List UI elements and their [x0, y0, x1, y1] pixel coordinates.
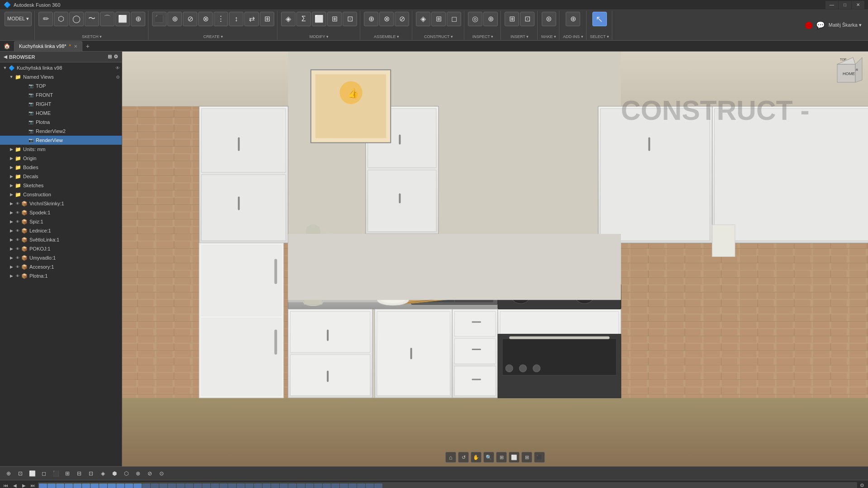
anim-segment-18[interactable] [194, 483, 202, 488]
units-toggle[interactable]: ▶ [8, 146, 14, 152]
tree-front[interactable]: 📷 FRONT [0, 90, 122, 99]
anim-segment-9[interactable] [116, 483, 124, 488]
anim-segment-30[interactable] [297, 483, 305, 488]
anim-segment-10[interactable] [125, 483, 133, 488]
home-nav-icon[interactable]: ⌂ [445, 452, 456, 463]
anim-settings-icon[interactable]: ⚙ [858, 482, 866, 488]
anim-segment-13[interactable] [151, 483, 159, 488]
anim-segment-11[interactable] [134, 483, 142, 488]
sketches-toggle[interactable]: ▶ [8, 182, 14, 189]
bt-icon-14[interactable]: ⊙ [157, 469, 167, 479]
zoom-extent-icon[interactable]: ⊞ [496, 452, 507, 463]
spiz-vis[interactable]: 👁 [14, 220, 21, 224]
tree-spodek[interactable]: ▶ 👁 📦 Spodek:1 [0, 208, 122, 217]
create-icon-2[interactable]: ⊕ [167, 12, 182, 26]
spiz-toggle[interactable]: ▶ [8, 218, 14, 225]
anim-segment-20[interactable] [211, 483, 219, 488]
user-profile[interactable]: Matěj Škarka ▾ [829, 22, 862, 28]
vs-toggle[interactable]: ▶ [8, 200, 14, 207]
notifications-icon[interactable]: 💬 [816, 21, 825, 29]
sketch-icon-1[interactable]: ✏ [38, 12, 53, 26]
tree-root[interactable]: ▼ 🔷 Kuchyňská linka v98 👁 [0, 63, 122, 72]
model-dropdown-button[interactable]: MODEL ▾ [5, 12, 32, 26]
display-settings-icon[interactable]: ⬛ [534, 452, 545, 463]
construct-label[interactable]: CONSTRUCT ▾ [424, 34, 453, 39]
anim-segment-0[interactable] [39, 483, 47, 488]
addins-label[interactable]: ADD-INS ▾ [563, 34, 583, 39]
tree-renderview2[interactable]: 📷 RenderView2 [0, 127, 122, 136]
bt-icon-10[interactable]: ⬢ [110, 469, 119, 479]
bt-icon-4[interactable]: ◻ [39, 469, 49, 479]
origin-toggle[interactable]: ▶ [8, 155, 14, 161]
addins-icon-1[interactable]: ⊕ [566, 12, 580, 26]
anim-segment-22[interactable] [228, 483, 236, 488]
sketch-icon-4[interactable]: 〜 [85, 12, 99, 26]
viewcube[interactable]: HOME TOP R [828, 55, 864, 91]
lednice-toggle[interactable]: ▶ [8, 227, 14, 234]
anim-segment-38[interactable] [366, 483, 374, 488]
create-icon-3[interactable]: ⊘ [183, 12, 197, 26]
spodek-vis[interactable]: 👁 [14, 211, 21, 215]
minimize-button[interactable]: — [825, 1, 838, 9]
anim-segment-31[interactable] [305, 483, 314, 488]
bt-icon-3[interactable]: ⬜ [27, 469, 37, 479]
tab-main[interactable]: Kuchyňská linka v98* * ✕ [14, 41, 82, 51]
new-tab-button[interactable]: + [82, 43, 93, 50]
sketch-icon-5[interactable]: ⌒ [100, 12, 114, 26]
modify-label[interactable]: MODIFY ▾ [310, 34, 329, 39]
umyvadlo-vis[interactable]: 👁 [14, 256, 21, 260]
create-label[interactable]: CREATE ▾ [203, 34, 223, 39]
anim-segment-33[interactable] [323, 483, 331, 488]
acc-toggle[interactable]: ▶ [8, 264, 14, 270]
tree-vrchniskrinky[interactable]: ▶ 👁 📦 VrchnîSkrinky:1 [0, 199, 122, 208]
anim-segment-3[interactable] [65, 483, 73, 488]
anim-segment-32[interactable] [314, 483, 322, 488]
anim-segment-17[interactable] [185, 483, 193, 488]
anim-segment-7[interactable] [99, 483, 107, 488]
breadcrumb-home[interactable]: 🏠 [4, 43, 10, 49]
acc-vis[interactable]: 👁 [14, 265, 21, 269]
zoom-icon[interactable]: 🔍 [483, 452, 494, 463]
pokoj-vis[interactable]: 👁 [14, 247, 21, 251]
root-visibility[interactable]: 👁 [115, 66, 120, 71]
anim-segment-23[interactable] [237, 483, 245, 488]
create-icon-7[interactable]: ⇄ [244, 12, 259, 26]
assemble-label[interactable]: ASSEMBLE ▾ [374, 34, 399, 39]
close-button[interactable]: ✕ [852, 1, 864, 9]
maximize-button[interactable]: □ [839, 1, 851, 9]
anim-segment-25[interactable] [254, 483, 262, 488]
sketch-label[interactable]: SKETCH ▾ [82, 34, 102, 39]
bt-icon-1[interactable]: ⊕ [4, 469, 14, 479]
umyvadlo-toggle[interactable]: ▶ [8, 255, 14, 261]
select-label[interactable]: SELECT ▾ [590, 34, 609, 39]
modify-icon-1[interactable]: ◈ [281, 12, 296, 26]
anim-play-button[interactable]: ▶ [20, 482, 28, 488]
tree-units[interactable]: ▶ 📁 Units: mm [0, 145, 122, 154]
sketch-icon-7[interactable]: ⊕ [131, 12, 145, 26]
record-button[interactable] [805, 22, 812, 29]
animation-timeline[interactable] [38, 482, 857, 488]
modify-icon-4[interactable]: ⊞ [327, 12, 342, 26]
tree-top[interactable]: 📷 TOP [0, 81, 122, 90]
modify-icon-2[interactable]: Σ [296, 12, 311, 26]
bt-icon-11[interactable]: ⬡ [121, 469, 131, 479]
anim-segment-21[interactable] [219, 483, 228, 488]
select-icon[interactable]: ↖ [592, 12, 607, 26]
bt-icon-12[interactable]: ⊗ [133, 469, 143, 479]
browser-collapse-icon[interactable]: ◀ [4, 54, 7, 59]
anim-segment-39[interactable] [374, 483, 382, 488]
viewport[interactable]: 👍 [122, 52, 868, 466]
p1-vis[interactable]: 👁 [14, 274, 21, 278]
construct-icon-1[interactable]: ◈ [416, 12, 430, 26]
modify-icon-3[interactable]: ⬜ [312, 12, 326, 26]
display-icon[interactable]: ⬜ [509, 452, 520, 463]
make-label[interactable]: MAKE ▾ [541, 34, 556, 39]
anim-segment-26[interactable] [262, 483, 271, 488]
insert-icon-2[interactable]: ⊡ [520, 12, 534, 26]
inspect-icon-1[interactable]: ◎ [468, 12, 482, 26]
anim-segment-6[interactable] [91, 483, 99, 488]
orbit-icon[interactable]: ↺ [458, 452, 469, 463]
anim-segment-36[interactable] [348, 483, 357, 488]
tree-renderview[interactable]: 📷 RenderView [0, 136, 122, 145]
tree-lednice[interactable]: ▶ 👁 📦 Lednice:1 [0, 226, 122, 235]
